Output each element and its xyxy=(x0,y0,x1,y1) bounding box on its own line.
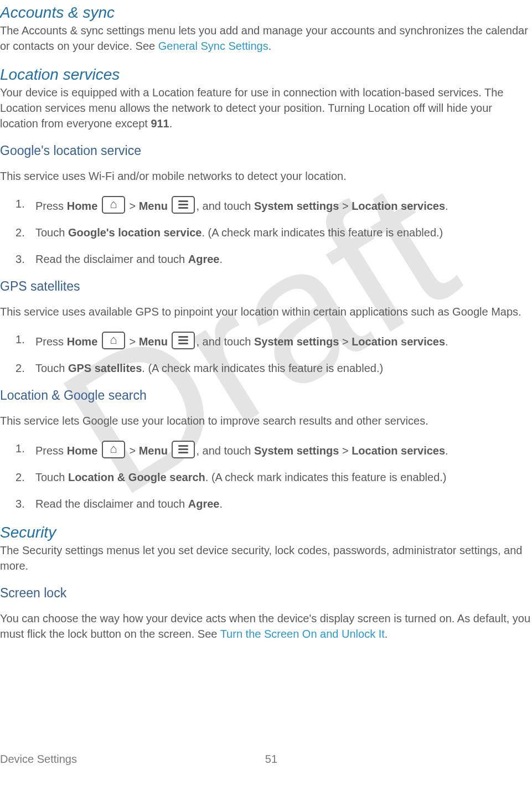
text-segment: . xyxy=(268,40,272,52)
heading-screen-lock: Screen lock xyxy=(0,586,532,601)
heading-security: Security xyxy=(0,524,532,541)
text-segment: Touch xyxy=(35,362,68,374)
list-item: Touch Google's location service. (A chec… xyxy=(35,225,532,240)
home-icon xyxy=(102,332,125,349)
text-segment: . (A check mark indicates this feature i… xyxy=(142,362,383,374)
text-segment: Read the disclaimer and touch xyxy=(35,498,188,510)
bold-google-loc-service: Google's location service xyxy=(68,226,202,239)
text-segment: > xyxy=(126,200,139,212)
footer-section-name: Device Settings xyxy=(0,753,77,766)
text-segment: Read the disclaimer and touch xyxy=(35,253,188,265)
text-segment: Press xyxy=(35,200,67,212)
gps-intro: This service uses available GPS to pinpo… xyxy=(0,304,532,319)
text-segment: > xyxy=(126,445,139,457)
list-item: Press Home > Menu , and touch System set… xyxy=(35,441,532,458)
text-segment: > xyxy=(339,200,352,212)
text-segment: . xyxy=(219,253,223,265)
bold-agree: Agree xyxy=(188,253,220,265)
list-item: Press Home > Menu , and touch System set… xyxy=(35,196,532,214)
bold-location-google-search: Location & Google search xyxy=(68,471,205,483)
bold-home: Home xyxy=(67,445,98,457)
text-segment: . xyxy=(385,628,388,640)
bold-menu: Menu xyxy=(139,335,168,348)
bold-system-settings: System settings xyxy=(254,200,339,212)
heading-google-location: Google's location service xyxy=(0,143,532,158)
bold-location-services: Location services xyxy=(352,335,445,348)
link-turn-screen-on[interactable]: Turn the Screen On and Unlock It xyxy=(220,628,385,640)
text-segment: > xyxy=(339,335,352,348)
text-segment: . xyxy=(445,200,448,212)
home-icon xyxy=(102,196,125,214)
list-item: Press Home > Menu , and touch System set… xyxy=(35,332,532,349)
heading-accounts-sync: Accounts & sync xyxy=(0,4,532,22)
bold-location-services: Location services xyxy=(352,445,445,457)
heading-location-google-search: Location & Google search xyxy=(0,388,532,403)
google-location-steps: Press Home > Menu , and touch System set… xyxy=(0,196,532,267)
menu-icon xyxy=(172,196,195,214)
text-segment: > xyxy=(126,335,139,348)
bold-menu: Menu xyxy=(139,200,168,212)
gps-steps: Press Home > Menu , and touch System set… xyxy=(0,332,532,376)
bold-location-services: Location services xyxy=(352,200,445,212)
text-segment: , and touch xyxy=(196,445,254,457)
loc-search-intro: This service lets Google use your locati… xyxy=(0,413,532,428)
menu-icon xyxy=(172,332,195,349)
text-segment: . (A check mark indicates this feature i… xyxy=(202,226,443,239)
text-segment: , and touch xyxy=(196,335,254,348)
screen-lock-intro: You can choose the way how your device a… xyxy=(0,611,532,642)
google-location-intro: This service uses Wi-Fi and/or mobile ne… xyxy=(0,168,532,184)
list-item: Touch GPS satellites. (A check mark indi… xyxy=(35,360,532,376)
text-segment: . xyxy=(445,445,448,457)
heading-gps-satellites: GPS satellites xyxy=(0,279,532,294)
footer-page-number: 51 xyxy=(77,753,532,766)
bold-home: Home xyxy=(67,335,98,348)
menu-icon xyxy=(172,441,195,458)
link-general-sync[interactable]: General Sync Settings xyxy=(158,40,268,52)
text-segment: Your device is equipped with a Location … xyxy=(0,86,503,130)
bold-system-settings: System settings xyxy=(254,445,339,457)
text-segment: Touch xyxy=(35,471,68,483)
text-segment: , and touch xyxy=(196,200,254,212)
list-item: Read the disclaimer and touch Agree. xyxy=(35,251,532,267)
security-intro: The Security settings menus let you set … xyxy=(0,543,532,574)
list-item: Read the disclaimer and touch Agree. xyxy=(35,496,532,512)
bold-system-settings: System settings xyxy=(254,335,339,348)
bold-agree: Agree xyxy=(188,498,220,510)
text-segment: . xyxy=(169,117,173,130)
bold-home: Home xyxy=(67,200,98,212)
text-segment: Press xyxy=(35,335,67,348)
home-icon xyxy=(102,441,125,458)
bold-gps-satellites: GPS satellites xyxy=(68,362,142,374)
location-services-intro: Your device is equipped with a Location … xyxy=(0,85,532,131)
page-footer: Device Settings 51 xyxy=(0,753,532,766)
accounts-sync-intro: The Accounts & sync settings menu lets y… xyxy=(0,23,532,54)
text-segment: Touch xyxy=(35,226,68,239)
loc-search-steps: Press Home > Menu , and touch System set… xyxy=(0,441,532,512)
heading-location-services: Location services xyxy=(0,66,532,84)
text-segment: . xyxy=(219,498,223,510)
list-item: Touch Location & Google search. (A check… xyxy=(35,469,532,485)
text-segment: > xyxy=(339,445,352,457)
text-segment: . xyxy=(445,335,448,348)
bold-911: 911 xyxy=(151,117,169,130)
text-segment: . (A check mark indicates this feature i… xyxy=(205,471,447,483)
bold-menu: Menu xyxy=(139,445,168,457)
text-segment: Press xyxy=(35,445,67,457)
